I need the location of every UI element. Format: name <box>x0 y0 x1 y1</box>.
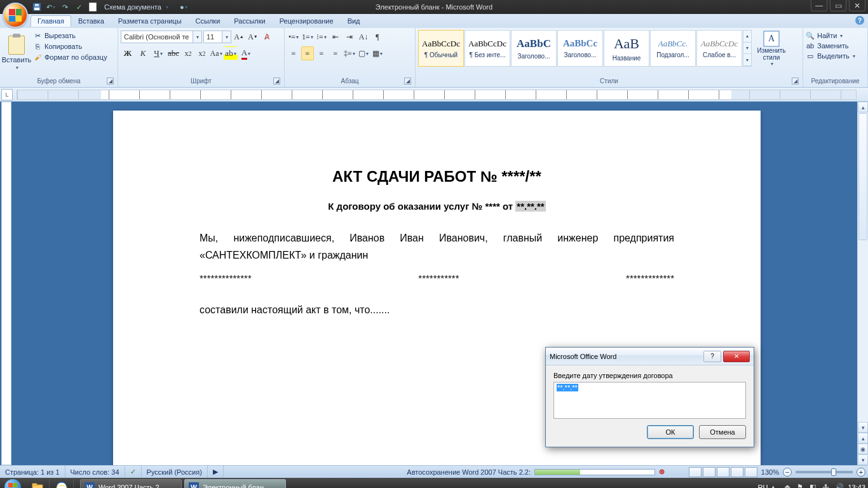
bold-button[interactable]: Ж <box>121 46 135 60</box>
scroll-thumb[interactable] <box>858 113 867 240</box>
select-button[interactable]: ▭Выделить▾ <box>806 51 855 60</box>
paragraph-dialog-launcher[interactable]: ◢ <box>404 78 411 85</box>
tab-home[interactable]: Главная <box>31 15 71 27</box>
sort-button[interactable]: A↓ <box>357 30 370 44</box>
tray-app-icon[interactable]: ◧ <box>810 483 818 488</box>
font-family-combo[interactable]: Calibri (Основной те▾ <box>121 30 202 43</box>
inc-indent-button[interactable]: ⇥ <box>343 30 356 44</box>
style-scroll-down[interactable]: ▾ <box>743 43 751 55</box>
scroll-up-button[interactable]: ▴ <box>858 102 868 112</box>
align-left-button[interactable]: ≡ <box>287 46 300 60</box>
change-styles-button[interactable]: AИзменитьстили▾ <box>756 30 787 67</box>
multilevel-button[interactable]: ⁝≡▾ <box>315 30 328 44</box>
dialog-ok-button[interactable]: ОК <box>647 425 694 439</box>
clear-format-button[interactable]: A̷ <box>261 30 273 44</box>
font-size-combo[interactable]: 11▾ <box>203 30 231 43</box>
copy-button[interactable]: ⎘Копировать <box>33 42 107 51</box>
tab-selector[interactable]: L <box>1 89 13 100</box>
autosave-cancel-icon[interactable]: ⊗ <box>659 468 665 476</box>
qat-more-icon[interactable]: ●▾ <box>179 2 189 12</box>
subscript-button[interactable]: x2 <box>182 46 194 60</box>
tray-sound-icon[interactable]: 🔊 <box>835 483 844 488</box>
view-print-layout[interactable] <box>689 467 702 477</box>
style-item-3[interactable]: AaBbCcЗаголово... <box>557 30 603 67</box>
cut-button[interactable]: ✂Вырезать <box>33 31 107 40</box>
undo-icon[interactable]: ↶▾ <box>46 2 56 12</box>
doc-icon[interactable] <box>88 2 98 12</box>
grow-font-button[interactable]: A▲ <box>233 30 245 44</box>
show-marks-button[interactable]: ¶ <box>371 30 384 44</box>
bullets-button[interactable]: •≡▾ <box>287 30 300 44</box>
change-case-button[interactable]: Aa▾ <box>210 46 222 60</box>
view-web-layout[interactable] <box>717 467 729 477</box>
view-draft[interactable] <box>745 467 757 477</box>
justify-button[interactable]: ≡ <box>329 46 342 60</box>
zoom-value[interactable]: 130% <box>761 468 779 476</box>
replace-button[interactable]: abЗаменить <box>806 41 848 50</box>
superscript-button[interactable]: x2 <box>196 46 208 60</box>
view-outline[interactable] <box>731 467 743 477</box>
redo-icon[interactable]: ↷ <box>60 2 70 12</box>
style-scroll-more[interactable]: ▾ <box>743 54 751 66</box>
zoom-out-button[interactable]: − <box>783 468 792 477</box>
line-spacing-button[interactable]: ‡≡▾ <box>343 46 356 60</box>
next-page-button[interactable]: ▾ <box>858 454 868 465</box>
vertical-ruler[interactable] <box>1 102 11 465</box>
pin-browser[interactable] <box>50 478 74 488</box>
style-item-6[interactable]: AaBbCcDcСлабое в... <box>696 30 742 67</box>
vertical-scrollbar[interactable]: ▴ ▾ ▴ ◉ ▾ <box>857 102 868 465</box>
style-item-5[interactable]: AaBbCc.Подзагол... <box>650 30 696 67</box>
browse-object-button[interactable]: ◉ <box>858 444 868 454</box>
style-scroll-up[interactable]: ▴ <box>743 30 751 43</box>
tray-lang[interactable]: RU <box>758 484 768 488</box>
prev-page-button[interactable]: ▴ <box>858 433 868 444</box>
shrink-font-button[interactable]: A▼ <box>247 30 259 44</box>
strike-button[interactable]: abc <box>166 46 180 60</box>
help-icon[interactable]: ? <box>855 16 864 25</box>
scroll-down-button[interactable]: ▾ <box>858 422 868 433</box>
tray-flag-icon[interactable]: ⚑ <box>797 483 806 488</box>
numbering-button[interactable]: 1≡▾ <box>301 30 314 44</box>
font-color-button[interactable]: A▾ <box>239 46 253 60</box>
check-icon[interactable]: ✓ <box>74 2 84 12</box>
tab-mailings[interactable]: Рассылки <box>227 15 272 27</box>
horizontal-ruler[interactable] <box>17 90 857 100</box>
align-right-button[interactable]: ≡ <box>315 46 328 60</box>
dialog-cancel-button[interactable]: Отмена <box>699 425 746 439</box>
format-painter-button[interactable]: 🖌Формат по образцу <box>33 53 107 62</box>
highlight-button[interactable]: ab▾ <box>224 46 238 60</box>
status-proof[interactable]: ✓ <box>125 466 142 478</box>
minimize-button[interactable]: ― <box>811 0 827 11</box>
zoom-slider[interactable] <box>796 471 853 473</box>
status-words[interactable]: Число слов: 34 <box>65 466 125 478</box>
dec-indent-button[interactable]: ⇤ <box>329 30 342 44</box>
tray-up-icon[interactable]: ▴ <box>771 483 780 488</box>
maximize-button[interactable]: ▭ <box>830 0 846 11</box>
style-item-1[interactable]: AaBbCcDc¶ Без инте... <box>465 30 510 67</box>
align-center-button[interactable]: ≡ <box>301 46 314 60</box>
taskbar-item-2[interactable]: WЭлектронный блан... <box>184 479 286 488</box>
tab-insert[interactable]: Вставка <box>71 15 111 27</box>
tray-network-icon[interactable]: 🖧 <box>822 483 831 488</box>
find-button[interactable]: 🔍Найти▾ <box>806 31 843 40</box>
style-item-2[interactable]: AaBbCЗаголово... <box>511 30 557 67</box>
style-item-0[interactable]: AaBbCcDc¶ Обычный <box>418 30 464 67</box>
status-page[interactable]: Страница: 1 из 1 <box>0 466 65 478</box>
office-button[interactable] <box>3 3 28 28</box>
underline-button[interactable]: Ч▾ <box>151 46 165 60</box>
status-macro[interactable]: ▶ <box>208 466 224 478</box>
close-button[interactable]: ✕ <box>849 0 865 11</box>
shading-button[interactable]: ▢▾ <box>357 46 370 60</box>
docmap-label[interactable]: Схема документа <box>104 3 161 11</box>
status-language[interactable]: Русский (Россия) <box>142 466 208 478</box>
style-scroll[interactable]: ▴▾▾ <box>743 30 752 67</box>
tab-references[interactable]: Ссылки <box>189 15 227 27</box>
start-button[interactable] <box>0 478 25 488</box>
dialog-help-button[interactable]: ? <box>703 351 721 362</box>
styles-dialog-launcher[interactable]: ◢ <box>792 78 799 85</box>
font-dialog-launcher[interactable]: ◢ <box>273 78 280 85</box>
doc-date-field[interactable]: **.**.** <box>515 201 545 212</box>
dialog-close-button[interactable]: ✕ <box>723 351 750 362</box>
pin-explorer[interactable] <box>25 478 50 488</box>
italic-button[interactable]: К <box>136 46 150 60</box>
